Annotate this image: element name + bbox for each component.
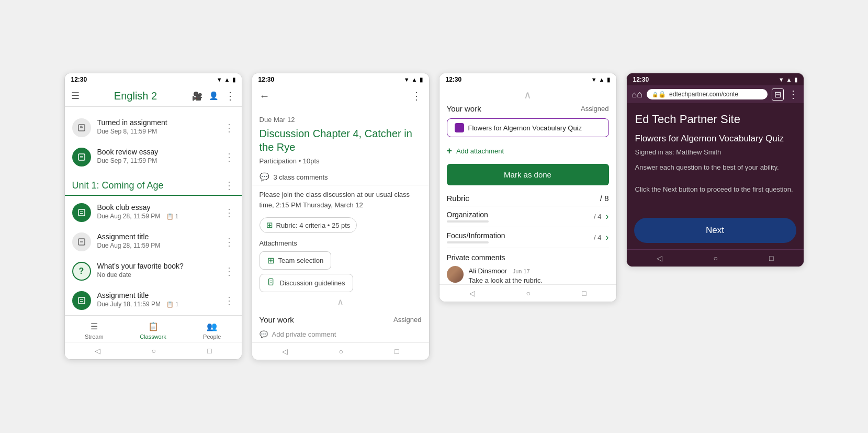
attach-doc-icon — [267, 278, 276, 288]
video-icon[interactable] — [192, 91, 202, 101]
back-sys-icon-2[interactable]: ◁ — [282, 347, 288, 356]
assignment-info: Assignment title Due Aug 28, 11:59 PM — [97, 232, 218, 249]
back-sys-icon-3[interactable]: ◁ — [469, 289, 475, 297]
back-sys-icon-4[interactable]: ◁ — [657, 254, 662, 262]
list-item[interactable]: Assignment title Due Aug 28, 11:59 PM — [65, 227, 242, 257]
item-more-icon[interactable] — [224, 236, 234, 248]
item-more-icon[interactable] — [224, 151, 234, 163]
item-more-icon[interactable] — [224, 121, 234, 134]
list-item[interactable]: Turned in assignment Due Sep 8, 11:59 PM — [65, 113, 242, 142]
back-sys-icon[interactable]: ◁ — [95, 347, 100, 355]
status-icons-4: ▼ ▲ ▮ — [779, 76, 797, 83]
nav-classwork[interactable]: Classwork — [123, 316, 183, 342]
url-text: edtechpartner.com/conte — [669, 91, 738, 98]
battery-icon-4: ▮ — [794, 76, 797, 83]
people-icon — [207, 320, 217, 332]
list-item[interactable]: Book club essay Due Aug 28, 11:59 PM 📋 1 — [65, 198, 242, 227]
assignment-icon — [72, 203, 91, 222]
signal-icon-3: ▲ — [599, 76, 605, 83]
status-icons-2: ▼ ▲ ▮ — [404, 76, 423, 83]
battery-icon-2: ▮ — [420, 76, 423, 83]
list-item[interactable]: ? What's your favorite book? No due date — [65, 257, 242, 286]
list-item[interactable]: Assignment title Due July 18, 11:59 PM 📋… — [65, 286, 242, 315]
phone-screen-1: 12:30 ▼ ▲ ▮ English 2 Turned in a — [64, 73, 242, 360]
attachments-label: Attachments — [252, 236, 429, 249]
more-options-icon-2[interactable] — [411, 90, 422, 102]
next-button[interactable]: Next — [634, 218, 796, 243]
item-more-icon[interactable] — [224, 294, 234, 307]
rubric-header: Rubric / 8 — [447, 188, 609, 206]
svg-rect-3 — [78, 154, 85, 160]
comment-author: Ali Dinsmoor — [469, 267, 508, 275]
classwork-list: Turned in assignment Due Sep 8, 11:59 PM… — [65, 107, 242, 315]
rubric-chip[interactable]: ⊞ Rubric: 4 criteria • 25 pts — [252, 214, 429, 236]
attachment-team-selection[interactable]: ⊞ Team selection — [260, 251, 332, 270]
attachment-discussion-guidelines[interactable]: Discussion guidelines — [260, 274, 353, 292]
status-icons-1: ▼ ▲ ▮ — [217, 76, 235, 83]
recents-sys-icon-3[interactable]: □ — [582, 289, 586, 297]
comment-icon — [260, 172, 269, 182]
svg-rect-11 — [78, 297, 85, 304]
assignment-icon-turned-in — [72, 118, 91, 137]
quiz-chip[interactable]: Flowers for Algernon Vocabulary Quiz — [447, 118, 609, 137]
system-nav-bar-3: ◁ ○ □ — [439, 284, 616, 302]
rubric-row-focus[interactable]: Focus/Information / 4 › — [447, 227, 609, 248]
mark-as-done-button[interactable]: Mark as done — [447, 164, 609, 185]
home-sys-icon-2[interactable]: ○ — [339, 347, 343, 356]
comments-row[interactable]: 3 class comments — [252, 169, 429, 185]
signal-icon-2: ▲ — [412, 76, 418, 83]
due-label: Due Mar 12 — [252, 113, 429, 125]
assigned-status-3: Assigned — [581, 105, 608, 113]
status-icons-3: ▼ ▲ ▮ — [591, 76, 610, 83]
hamburger-icon[interactable] — [71, 90, 80, 102]
add-attachment-row[interactable]: + Add attachment — [439, 141, 616, 161]
commenter-avatar — [447, 266, 464, 283]
back-button[interactable] — [260, 90, 270, 102]
attach-table-icon: ⊞ — [267, 256, 274, 265]
recents-sys-icon[interactable]: □ — [207, 347, 211, 355]
browser-home-icon[interactable]: ⌂ — [632, 89, 643, 100]
home-sys-icon[interactable]: ○ — [152, 347, 156, 355]
item-more-icon[interactable] — [224, 265, 234, 277]
assignment-title: Turned in assignment — [97, 118, 218, 127]
signal-icon-4: ▲ — [786, 76, 792, 83]
instructions-text: Answer each question to the best of your… — [635, 162, 795, 195]
your-work-title-3: Your work — [447, 104, 481, 113]
chevron-right-org: › — [606, 211, 609, 222]
list-item[interactable]: Book review essay Due Sep 7, 11:59 PM — [65, 142, 242, 172]
section-more-icon[interactable] — [224, 179, 234, 192]
sub-info: Participation • 10pts — [252, 157, 429, 169]
nav-people[interactable]: People — [183, 316, 242, 342]
rubric-label: Rubric — [447, 194, 469, 203]
tabs-icon[interactable]: ⊟ — [772, 88, 784, 101]
bottom-nav: Stream Classwork People — [65, 315, 242, 342]
add-person-icon[interactable] — [209, 91, 219, 101]
private-comment-input[interactable]: 💬 Add private comment — [252, 326, 429, 342]
rubric-row-organization[interactable]: Organization / 4 › — [447, 206, 609, 227]
assignment-due: Due Sep 7, 11:59 PM — [97, 157, 218, 164]
browser-more-icon[interactable] — [788, 88, 798, 101]
assignment-title-big: Discussion Chapter 4, Catcher in the Rye — [252, 125, 429, 157]
assignment-due: Due Aug 28, 11:59 PM — [97, 242, 218, 249]
quiz-title-4: Flowers for Algernon Vocabulary Quiz — [635, 134, 795, 144]
assignment-icon — [72, 232, 91, 251]
attach-guide-label: Discussion guidelines — [280, 279, 345, 287]
item-more-icon[interactable] — [224, 206, 234, 219]
rubric-org-score: / 4 — [594, 213, 601, 220]
private-comments-label: Private comments — [447, 253, 609, 262]
assignment-title: Assignment title — [97, 291, 218, 299]
home-sys-icon-3[interactable]: ○ — [526, 289, 531, 297]
recents-sys-icon-4[interactable]: □ — [769, 254, 773, 262]
nav-stream[interactable]: Stream — [65, 316, 124, 342]
url-bar[interactable]: 🔒 edtechpartner.com/conte — [647, 89, 767, 99]
rubric-org-bar — [447, 220, 489, 223]
site-content: Ed Tech Partner Site Flowers for Algerno… — [627, 103, 804, 212]
recents-sys-icon-2[interactable]: □ — [394, 347, 399, 356]
more-options-icon[interactable] — [225, 90, 235, 102]
stream-icon — [91, 320, 98, 332]
home-sys-icon-4[interactable]: ○ — [714, 254, 718, 262]
wifi-icon-3: ▼ — [591, 76, 597, 83]
next-button-area: Next — [627, 212, 804, 249]
p2-app-bar — [252, 85, 429, 106]
attach-team-label: Team selection — [278, 257, 324, 264]
